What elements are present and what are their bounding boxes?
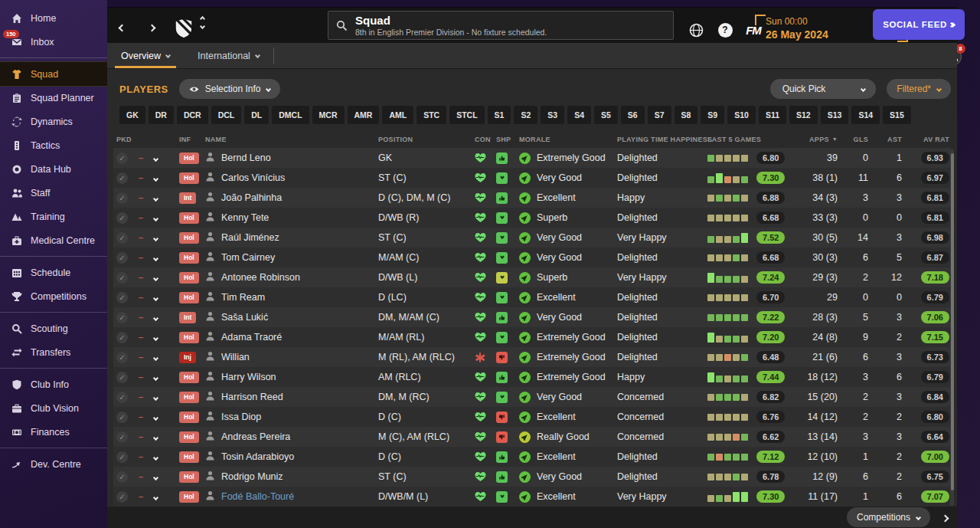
player-name[interactable]: Issa Diop xyxy=(221,412,261,422)
name-cell[interactable]: Kenny Tete xyxy=(205,212,378,224)
info-badge-hol[interactable]: Hol xyxy=(179,451,199,463)
player-name[interactable]: Kenny Tete xyxy=(221,212,269,223)
sidebar-item-staff[interactable]: Staff xyxy=(0,181,107,205)
sidebar-item-data-hub[interactable]: Data Hub xyxy=(0,157,107,181)
player-name[interactable]: Carlos Vinícius xyxy=(221,172,285,183)
col-shp[interactable]: SHP xyxy=(496,136,519,143)
row-expand-caret[interactable] xyxy=(154,312,158,323)
position-filter-s4[interactable]: S4 xyxy=(567,106,591,124)
picked-check-icon[interactable]: ✓ xyxy=(116,192,128,204)
table-row[interactable]: ✓–HolCarlos ViníciusST (C)Very GoodDelig… xyxy=(113,168,951,188)
picked-check-icon[interactable]: ✓ xyxy=(116,332,128,343)
player-name[interactable]: Antonee Robinson xyxy=(221,272,300,283)
position-filter-s9[interactable]: S9 xyxy=(701,106,724,124)
position-filter-dcl[interactable]: DCL xyxy=(211,106,242,124)
info-badge-hol[interactable]: Hol xyxy=(179,152,199,164)
player-name[interactable]: Andreas Pereira xyxy=(221,431,290,442)
help-icon[interactable]: ? xyxy=(717,21,733,38)
picked-check-icon[interactable]: ✓ xyxy=(116,451,128,463)
table-row[interactable]: ✓–InjWillianM (RL), AM (RLC)Extremely Go… xyxy=(113,347,951,367)
col-name[interactable]: NAME xyxy=(205,136,378,143)
picked-check-icon[interactable]: ✓ xyxy=(116,471,128,483)
info-badge-hol[interactable]: Hol xyxy=(179,372,199,383)
info-badge-hol[interactable]: Hol xyxy=(179,292,199,303)
picked-check-icon[interactable]: ✓ xyxy=(116,392,128,403)
info-badge-hol[interactable]: Hol xyxy=(179,332,199,343)
position-filter-s10[interactable]: S10 xyxy=(727,106,756,124)
scrollbar-track[interactable] xyxy=(950,149,954,506)
player-name[interactable]: Harry Wilson xyxy=(221,372,276,382)
player-name[interactable]: Bernd Leno xyxy=(221,152,271,163)
player-name[interactable]: Saša Lukić xyxy=(221,312,268,323)
picked-check-icon[interactable]: ✓ xyxy=(116,431,128,443)
position-filter-dl[interactable]: DL xyxy=(244,106,269,124)
table-row[interactable]: ✓–HolTom CairneyM/AM (C)Very GoodDelight… xyxy=(113,248,951,267)
sidebar-item-medical-centre[interactable]: Medical Centre xyxy=(0,228,107,252)
name-cell[interactable]: Harrison Reed xyxy=(205,391,378,403)
team-up-icon[interactable] xyxy=(200,16,205,21)
col-morale[interactable]: MORALE xyxy=(519,136,617,143)
info-badge-hol[interactable]: Hol xyxy=(179,412,199,423)
row-expand-caret[interactable] xyxy=(154,292,158,303)
info-badge-hol[interactable]: Hol xyxy=(179,272,199,284)
row-expand-caret[interactable] xyxy=(154,372,158,382)
info-badge-int[interactable]: Int xyxy=(179,192,196,204)
player-name[interactable]: Tosin Adarabioyo xyxy=(221,451,294,462)
table-row[interactable]: ✓–IntJoão PalhinhaD (C), DM, M (C)Excell… xyxy=(113,188,951,208)
table-row[interactable]: ✓–HolHarry WilsonAM (RLC)Extremely GoodH… xyxy=(113,367,951,387)
table-row[interactable]: ✓–HolAntonee RobinsonD/WB (L)SuperbVery … xyxy=(113,267,951,287)
table-row[interactable]: ✓–HolHarrison ReedDM, M (RC)Very GoodCon… xyxy=(113,387,951,407)
row-expand-caret[interactable] xyxy=(154,332,158,343)
table-row[interactable]: ✓–IntSaša LukićDM, M/AM (C)Very GoodDeli… xyxy=(113,307,951,327)
position-filter-s8[interactable]: S8 xyxy=(675,106,698,124)
sidebar-item-club-info[interactable]: Club Info xyxy=(0,372,107,396)
col-inf[interactable]: INF xyxy=(179,136,205,143)
player-name[interactable]: Tim Ream xyxy=(221,292,265,303)
info-badge-hol[interactable]: Hol xyxy=(179,431,199,443)
name-cell[interactable]: Antonee Robinson xyxy=(205,271,378,284)
col-gls[interactable]: GLS xyxy=(838,136,868,143)
club-crest-icon[interactable] xyxy=(175,18,193,34)
row-expand-caret[interactable] xyxy=(154,352,158,362)
position-filter-dcr[interactable]: DCR xyxy=(177,106,208,124)
quick-pick-dropdown[interactable] xyxy=(851,87,876,91)
position-filter-s3[interactable]: S3 xyxy=(541,106,564,124)
table-row[interactable]: ✓–HolKenny TeteD/WB (R)SuperbDelighted6.… xyxy=(113,208,951,228)
sidebar-item-inbox[interactable]: Inbox150 xyxy=(0,30,107,54)
picked-check-icon[interactable]: ✓ xyxy=(116,152,128,164)
position-filter-mcr[interactable]: MCR xyxy=(312,106,345,124)
forward-button[interactable] xyxy=(148,18,156,35)
row-expand-caret[interactable] xyxy=(154,471,158,482)
position-filter-amr[interactable]: AMR xyxy=(348,106,380,124)
name-cell[interactable]: Tim Ream xyxy=(205,291,378,303)
position-filter-aml[interactable]: AML xyxy=(382,106,413,124)
col-playing-time-happiness[interactable]: PLAYING TIME HAPPINESS xyxy=(617,136,707,143)
picked-check-icon[interactable]: ✓ xyxy=(116,412,128,423)
tab-overview[interactable]: Overview xyxy=(107,43,184,68)
footer-next-icon[interactable] xyxy=(942,510,948,524)
player-name[interactable]: João Palhinha xyxy=(221,192,282,203)
info-badge-hol[interactable]: Hol xyxy=(179,232,199,244)
sidebar-item-dynamics[interactable]: Dynamics xyxy=(0,110,107,133)
picked-check-icon[interactable]: ✓ xyxy=(116,491,128,503)
filtered-dropdown[interactable]: Filtered* xyxy=(887,79,951,99)
back-button[interactable] xyxy=(118,18,126,35)
social-feed-button[interactable]: SOCIAL FEED xyxy=(873,9,965,40)
info-badge-hol[interactable]: Hol xyxy=(179,252,199,264)
name-cell[interactable]: Willian xyxy=(205,351,378,363)
position-filter-s1[interactable]: S1 xyxy=(488,106,511,124)
row-expand-caret[interactable] xyxy=(154,451,158,462)
sidebar-item-scouting[interactable]: Scouting xyxy=(0,316,107,340)
sidebar-item-club-vision[interactable]: Club Vision xyxy=(0,396,107,420)
sidebar-item-home[interactable]: Home xyxy=(0,6,107,30)
table-row[interactable]: ✓–HolIssa DiopD (C)ExcellentConcerned6.7… xyxy=(113,407,951,427)
row-expand-caret[interactable] xyxy=(154,172,158,183)
selection-info-dropdown[interactable]: Selection Info xyxy=(179,79,281,99)
name-cell[interactable]: Issa Diop xyxy=(205,411,378,423)
name-cell[interactable]: Adama Traoré xyxy=(205,331,378,343)
row-expand-caret[interactable] xyxy=(154,212,158,223)
position-filter-dmcl[interactable]: DMCL xyxy=(272,106,309,124)
info-badge-hol[interactable]: Hol xyxy=(179,392,199,403)
position-filter-s12[interactable]: S12 xyxy=(789,106,818,124)
picked-check-icon[interactable]: ✓ xyxy=(116,232,128,244)
